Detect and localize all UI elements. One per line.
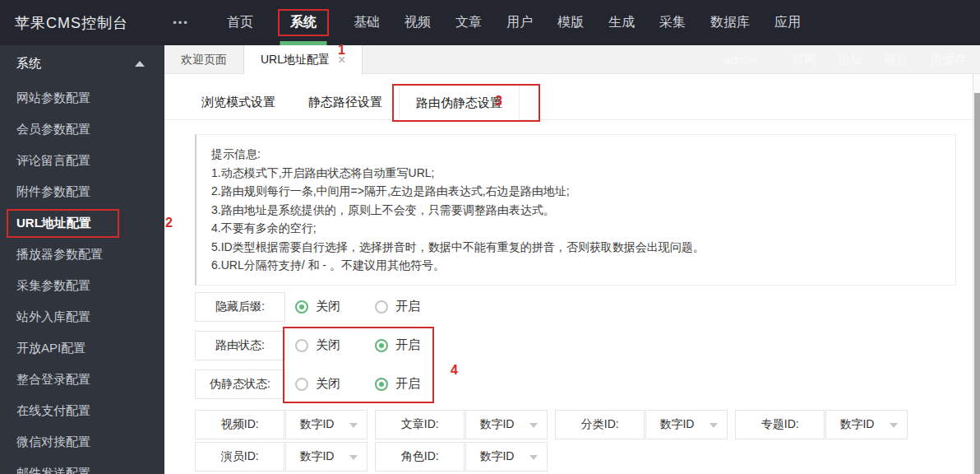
rewrite-status-on-radio[interactable]: 开启 — [375, 376, 420, 392]
nav-item-app[interactable]: 应用 — [774, 0, 801, 45]
notice-line: 3.路由地址是系统提供的，原则上不会变，只需要调整路由表达式。 — [211, 201, 941, 220]
video-id-label: 视频ID: — [195, 410, 284, 439]
sidebar-item-url-config[interactable]: URL地址配置 — [0, 207, 164, 239]
topic-id-label: 专题ID: — [735, 410, 825, 439]
radio-settings: 隐藏后缀: 关闭 开启 路由状态: 关闭 开启 伪静态状态: 关闭 开启 — [195, 292, 973, 399]
link-forum[interactable]: 论坛 — [838, 52, 862, 67]
radio-checked-icon — [375, 339, 388, 352]
close-icon[interactable]: × — [338, 53, 345, 67]
role-id-label: 角色ID: — [375, 442, 465, 472]
sidebar-item-payment[interactable]: 在线支付配置 — [0, 395, 164, 426]
hide-suffix-off-radio[interactable]: 关闭 — [295, 299, 340, 314]
role-id-group: 角色ID: 数字ID — [375, 442, 548, 472]
annotation-box-system: 系统 — [278, 9, 329, 36]
radio-checked-icon — [375, 378, 388, 391]
rewrite-status-label: 伪静态状态: — [195, 369, 285, 399]
topic-id-group: 专题ID: 数字ID — [735, 410, 908, 439]
sidebar-menu: 网站参数配置 会员参数配置 评论留言配置 附件参数配置 URL地址配置 播放器参… — [0, 82, 164, 474]
row-rewrite-status: 伪静态状态: 关闭 开启 — [195, 369, 973, 399]
notice-line: 2.路由规则每行一条,中间用=>隔开,左边是路由表达式,右边是路由地址; — [211, 182, 941, 201]
sidebar: 系统 网站参数配置 会员参数配置 评论留言配置 附件参数配置 URL地址配置 播… — [0, 45, 164, 474]
notice-title: 提示信息: — [211, 145, 941, 164]
app-logo: 苹果CMS控制台 — [0, 13, 164, 33]
tab-bar: 欢迎页面 URL地址配置 × admin 官网 论坛 前台 清缓存 — [164, 45, 980, 74]
actor-id-select[interactable]: 数字ID — [285, 442, 368, 472]
chevron-down-icon — [349, 423, 358, 428]
topic-id-select[interactable]: 数字ID — [825, 410, 908, 439]
nav-item-basic[interactable]: 基础 — [354, 0, 380, 45]
sidebar-item-member-params[interactable]: 会员参数配置 — [0, 114, 164, 145]
category-id-label: 分类ID: — [555, 410, 645, 439]
actor-id-label: 演员ID: — [195, 442, 284, 472]
nav-item-user[interactable]: 用户 — [506, 0, 533, 45]
sidebar-item-offsite[interactable]: 站外入库配置 — [0, 301, 164, 332]
row-route-status: 路由状态: 关闭 开启 — [195, 331, 973, 360]
sidebar-item-open-api[interactable]: 开放API配置 — [0, 332, 164, 364]
nav-item-system[interactable]: 系统 — [278, 0, 329, 45]
sidebar-item-site-params[interactable]: 网站参数配置 — [0, 82, 164, 114]
row-hide-suffix: 隐藏后缀: 关闭 开启 — [195, 292, 973, 322]
notice-line: 1.动态模式下,开启路由状态将自动重写URL; — [211, 164, 941, 183]
hide-suffix-label: 隐藏后缀: — [195, 292, 285, 322]
subtab-route-rewrite[interactable]: 路由伪静态设置 — [399, 85, 520, 120]
video-id-group: 视频ID: 数字ID — [195, 410, 368, 439]
sidebar-group-system[interactable]: 系统 — [0, 45, 164, 82]
sidebar-item-player[interactable]: 播放器参数配置 — [0, 239, 164, 270]
nav-item-video[interactable]: 视频 — [404, 0, 431, 45]
hide-suffix-radio-group: 关闭 开启 — [295, 292, 455, 322]
sidebar-item-mail[interactable]: 邮件发送配置 — [0, 458, 164, 474]
category-id-group: 分类ID: 数字ID — [555, 410, 728, 439]
subtab-browse-mode[interactable]: 浏览模式设置 — [185, 85, 292, 119]
collapse-caret-icon — [135, 61, 145, 67]
user-menu[interactable]: admin — [723, 53, 770, 67]
nav-item-article[interactable]: 文章 — [455, 0, 482, 45]
chevron-down-icon — [762, 59, 770, 64]
category-id-select[interactable]: 数字ID — [645, 410, 728, 439]
route-status-label: 路由状态: — [195, 331, 285, 360]
sidebar-item-collect-params[interactable]: 采集参数配置 — [0, 270, 164, 301]
video-id-select[interactable]: 数字ID — [285, 410, 368, 439]
radio-checked-icon — [295, 300, 308, 314]
chevron-down-icon — [710, 423, 718, 428]
route-status-off-radio[interactable]: 关闭 — [295, 337, 340, 353]
notice-box: 提示信息: 1.动态模式下,开启路由状态将自动重写URL; 2.路由规则每行一条… — [195, 134, 956, 286]
sub-tabs: 浏览模式设置 静态路径设置 路由伪静态设置 — [164, 85, 973, 120]
link-clear-cache[interactable]: 清缓存 — [930, 52, 967, 67]
radio-unchecked-icon — [295, 339, 308, 352]
rewrite-status-off-radio[interactable]: 关闭 — [295, 376, 340, 392]
sidebar-item-login[interactable]: 整合登录配置 — [0, 364, 164, 395]
link-frontend[interactable]: 前台 — [884, 52, 908, 67]
route-status-on-radio[interactable]: 开启 — [375, 337, 420, 353]
nav-item-collect[interactable]: 采集 — [659, 0, 686, 45]
nav-item-home[interactable]: 首页 — [227, 0, 253, 45]
top-right-links: admin 官网 论坛 前台 清缓存 — [702, 45, 967, 74]
link-official-site[interactable]: 官网 — [792, 52, 816, 67]
radio-unchecked-icon — [375, 300, 388, 314]
notice-line: 4.不要有多余的空行; — [211, 219, 941, 238]
sidebar-item-comment[interactable]: 评论留言配置 — [0, 145, 164, 176]
radio-unchecked-icon — [295, 378, 308, 391]
nav-item-generate[interactable]: 生成 — [608, 0, 635, 45]
more-icon[interactable]: ••• — [164, 16, 197, 29]
chevron-down-icon — [529, 455, 538, 460]
tab-url-config[interactable]: URL地址配置 × — [244, 45, 363, 75]
chevron-down-icon — [349, 455, 358, 460]
actor-id-group: 演员ID: 数字ID — [195, 442, 368, 472]
nav-item-template[interactable]: 模版 — [557, 0, 584, 45]
route-status-radio-group: 关闭 开启 — [295, 331, 455, 360]
chevron-down-icon — [529, 423, 538, 428]
tab-welcome[interactable]: 欢迎页面 — [164, 45, 244, 74]
notice-line: 6.URL分隔符支持/ 和 - 。不建议用其他符号。 — [211, 256, 941, 275]
sidebar-item-wechat[interactable]: 微信对接配置 — [0, 426, 164, 458]
nav-item-database[interactable]: 数据库 — [710, 0, 750, 45]
role-id-select[interactable]: 数字ID — [465, 442, 548, 472]
article-id-group: 文章ID: 数字ID — [375, 410, 548, 439]
id-type-settings: 视频ID: 数字ID 文章ID: 数字ID 分类ID: 数字ID 专题ID: 数… — [195, 410, 973, 472]
subtab-static-path[interactable]: 静态路径设置 — [292, 85, 399, 119]
scrollbar-thumb[interactable] — [974, 93, 980, 474]
article-id-select[interactable]: 数字ID — [465, 410, 548, 439]
main-content: 浏览模式设置 静态路径设置 路由伪静态设置 提示信息: 1.动态模式下,开启路由… — [164, 74, 973, 474]
notice-line: 5.ID类型根据需要自行选择，选择拼音时，数据中不能有重复的拼音，否则获取数据会… — [211, 238, 941, 257]
hide-suffix-on-radio[interactable]: 开启 — [375, 299, 420, 314]
sidebar-item-attachment[interactable]: 附件参数配置 — [0, 176, 164, 207]
